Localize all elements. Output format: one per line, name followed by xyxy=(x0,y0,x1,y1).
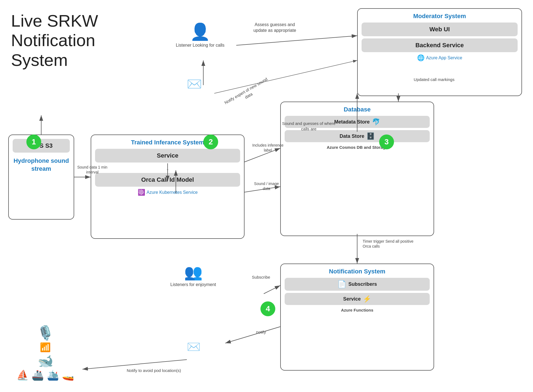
database-title: Database xyxy=(285,106,430,113)
listener-label: Listener Looking for calls xyxy=(176,43,224,48)
diagram-container: Live SRKW Notification System xyxy=(0,0,533,392)
step-2: 2 xyxy=(203,135,218,149)
k8s-icon: ☸️ xyxy=(138,189,145,196)
notification-system-box: Notification System 📄 Subscribers Servic… xyxy=(280,264,434,371)
group-icon: 👥 xyxy=(170,264,216,281)
mic-icon: 🎙️ xyxy=(37,325,54,341)
ship-row: ⛵ 🚢 🛳️ 🚤 xyxy=(16,369,74,381)
data-store-box: Data Store 🗄️ xyxy=(285,130,430,142)
page-title: Live SRKW Notification System xyxy=(11,11,98,70)
web-ui-box: Web UI xyxy=(362,23,518,36)
includes-inference-label: Includes inference label xyxy=(250,143,286,153)
aws-s3-box: AWS S3 xyxy=(13,139,70,153)
listeners-enjoyment-label: Listeners for enjoyment xyxy=(170,282,216,288)
wifi-icon: 📶 xyxy=(40,342,51,352)
backend-service-box: Backend Service xyxy=(362,38,518,52)
svg-line-10 xyxy=(236,36,357,45)
ship-icon-1: ⛵ xyxy=(16,369,29,381)
inference-system-box: Trained Inferance System Service ↓ Orca … xyxy=(91,135,245,239)
globe-icon: 🌐 xyxy=(417,54,424,61)
sound-guesses-label: Sound and guesses of where calls are xyxy=(281,121,336,131)
moderator-system-title: Moderator System xyxy=(362,13,518,20)
listeners-group: 👥 Listeners for enjoyment xyxy=(170,264,216,288)
ship-icon-4: 🚤 xyxy=(62,369,74,381)
bottom-icons: 🎙️ 📶 🐋 ⛵ 🚢 🛳️ 🚤 xyxy=(16,325,74,381)
azure-k8s-label: ☸️ Azure Kubernetes Service xyxy=(95,189,240,196)
sound-image-label: Sound / image data xyxy=(250,181,283,191)
notification-system-title: Notification System xyxy=(285,268,430,275)
step-4: 4 xyxy=(260,301,275,316)
timer-trigger-label: Timer trigger Send all positive Orca cal… xyxy=(363,239,418,249)
subscribers-box: 📄 Subscribers xyxy=(285,278,430,291)
notification-service-box: Service ⚡ xyxy=(285,293,430,305)
email-icon: ✉️ xyxy=(187,77,202,91)
expert-email: ✉️ xyxy=(187,77,202,91)
person-icon: 👤 xyxy=(176,22,224,41)
listener-person: 👤 Listener Looking for calls xyxy=(176,22,224,48)
db-icon: 🗄️ xyxy=(367,132,375,140)
moderator-system-box: Moderator System Web UI Backend Service … xyxy=(357,8,522,96)
azure-functions-label: Azure Functions xyxy=(285,308,430,312)
hydrophone-label: Hydrophone sound stream xyxy=(13,157,70,173)
metadata-icon: 🐬 xyxy=(372,118,380,126)
svg-line-14 xyxy=(225,327,280,343)
notify-avoid-label: Notify to avoid pod location(s) xyxy=(99,368,209,373)
step-1: 1 xyxy=(26,135,41,149)
sound-data-label: Sound data 1 min interval xyxy=(76,165,109,175)
inference-system-title: Trained Inferance System xyxy=(95,139,240,146)
assess-guesses-label: Assess guesses and update as appropriate xyxy=(247,22,302,33)
whale-icon: 🐋 xyxy=(38,354,53,368)
orca-model-box: Orca Call Id Model xyxy=(95,173,240,187)
ship-icon-2: 🚢 xyxy=(32,369,44,381)
azure-cosmos-label: Azure Cosmos DB and Storage xyxy=(285,145,430,150)
hydrophone-box: AWS S3 Hydrophone sound stream xyxy=(8,135,74,220)
ship-icon-3: 🛳️ xyxy=(47,369,59,381)
subscribe-label: Subscribe xyxy=(239,275,283,280)
svg-line-16 xyxy=(214,60,357,93)
azure-app-service-label: 🌐 Azure App Service xyxy=(362,54,518,61)
notify-label: notify xyxy=(245,329,277,335)
inference-service-box: Service xyxy=(95,149,240,163)
listener-email: ✉️ xyxy=(187,340,201,353)
fn-icon: ⚡ xyxy=(363,295,371,303)
updated-call-label: Updated call markings xyxy=(412,77,456,82)
listener-email-icon: ✉️ xyxy=(187,340,201,353)
notify-expert-label: Notify expert of new sound data xyxy=(221,75,274,112)
svg-line-13 xyxy=(264,285,280,294)
step-3: 3 xyxy=(379,135,394,149)
doc-icon: 📄 xyxy=(337,280,346,289)
